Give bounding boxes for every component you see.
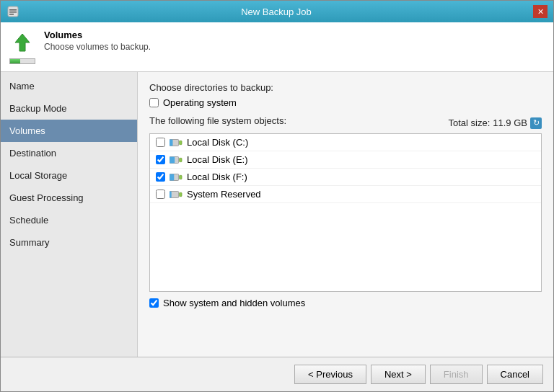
disk-sr-icon [170, 190, 183, 200]
svg-rect-13 [180, 175, 183, 179]
svg-marker-4 [15, 34, 30, 51]
disk-f-icon [170, 172, 183, 182]
window-title: New Backup Job [19, 6, 533, 17]
main-window: New Backup Job ✕ Volumes Choose volumes … [0, 0, 554, 392]
footer: < Previous Next > Finish Cancel [1, 357, 553, 391]
previous-button[interactable]: < Previous [294, 365, 366, 384]
header-subtitle: Choose volumes to backup. [44, 42, 545, 52]
file-item-system-reserved-label: System Reserved [187, 189, 261, 200]
svg-rect-12 [170, 174, 174, 180]
main-area: Name Backup Mode Volumes Destination Loc… [1, 72, 553, 357]
sidebar: Name Backup Mode Volumes Destination Loc… [1, 72, 138, 357]
sidebar-item-summary[interactable]: Summary [1, 231, 137, 254]
file-item-local-c-label: Local Disk (C:) [187, 137, 248, 148]
file-item-local-f-checkbox[interactable] [156, 172, 165, 182]
total-size-area: Total size: 11.9 GB ↻ [448, 117, 542, 129]
show-hidden-label: Show system and hidden volumes [163, 298, 305, 308]
file-item-system-reserved: System Reserved [150, 186, 541, 203]
svg-rect-9 [170, 156, 175, 163]
header-text: Volumes Choose volumes to backup. [44, 30, 545, 52]
svg-rect-6 [170, 139, 173, 146]
cancel-button[interactable]: Cancel [487, 365, 543, 384]
show-hidden-row: Show system and hidden volumes [149, 298, 542, 308]
file-item-system-reserved-checkbox[interactable] [156, 190, 165, 199]
file-item-local-c-checkbox[interactable] [156, 138, 165, 147]
close-button[interactable]: ✕ [533, 5, 548, 18]
finish-button[interactable]: Finish [430, 365, 483, 384]
header-title: Volumes [44, 30, 545, 40]
svg-rect-15 [170, 191, 172, 197]
file-item-local-f: Local Disk (F:) [150, 169, 541, 186]
operating-system-row: Operating system [149, 97, 542, 108]
svg-rect-1 [9, 9, 17, 11]
sidebar-item-volumes[interactable]: Volumes [1, 120, 137, 142]
total-size-value: 11.9 GB [493, 117, 527, 128]
sidebar-item-schedule[interactable]: Schedule [1, 209, 137, 231]
file-item-local-e-label: Local Disk (E:) [187, 154, 248, 165]
sidebar-item-name[interactable]: Name [1, 75, 137, 97]
sidebar-item-backup-mode[interactable]: Backup Mode [1, 97, 137, 120]
file-list-section: The following file system objects: Total… [149, 115, 542, 292]
header-progress-fill [10, 59, 20, 63]
svg-rect-3 [9, 14, 14, 15]
total-size-label: Total size: [448, 117, 490, 128]
svg-rect-10 [180, 158, 183, 161]
svg-rect-2 [9, 12, 17, 13]
file-list-header: The following file system objects: Total… [149, 115, 542, 130]
content-area: Choose directories to backup: Operating … [138, 72, 553, 357]
file-item-local-e: Local Disk (E:) [150, 151, 541, 169]
header-progress-bar [9, 58, 35, 64]
header-icon-area [9, 30, 35, 64]
choose-directories-label: Choose directories to backup: [149, 82, 542, 93]
sidebar-item-local-storage[interactable]: Local Storage [1, 164, 137, 187]
file-item-local-c: Local Disk (C:) [150, 134, 541, 151]
sidebar-item-guest-processing[interactable]: Guest Processing [1, 187, 137, 209]
next-button[interactable]: Next > [371, 365, 426, 384]
file-item-local-e-checkbox[interactable] [156, 155, 165, 164]
disk-c-icon [170, 138, 183, 148]
title-bar: New Backup Job ✕ [1, 1, 553, 22]
svg-rect-16 [180, 192, 183, 196]
file-list-box: Local Disk (C:) Local Disk (E:) [149, 133, 542, 292]
operating-system-checkbox[interactable] [149, 98, 159, 107]
window-controls: ✕ [533, 5, 548, 18]
refresh-icon[interactable]: ↻ [530, 117, 542, 129]
operating-system-label: Operating system [163, 97, 237, 108]
volumes-icon [9, 30, 35, 55]
show-hidden-checkbox[interactable] [149, 298, 159, 308]
file-item-local-f-label: Local Disk (F:) [187, 172, 247, 182]
disk-e-icon [170, 155, 183, 165]
following-objects-label: The following file system objects: [149, 115, 286, 126]
svg-rect-7 [180, 141, 183, 144]
header-section: Volumes Choose volumes to backup. [1, 22, 553, 72]
app-icon [6, 5, 19, 18]
sidebar-item-destination[interactable]: Destination [1, 142, 137, 164]
